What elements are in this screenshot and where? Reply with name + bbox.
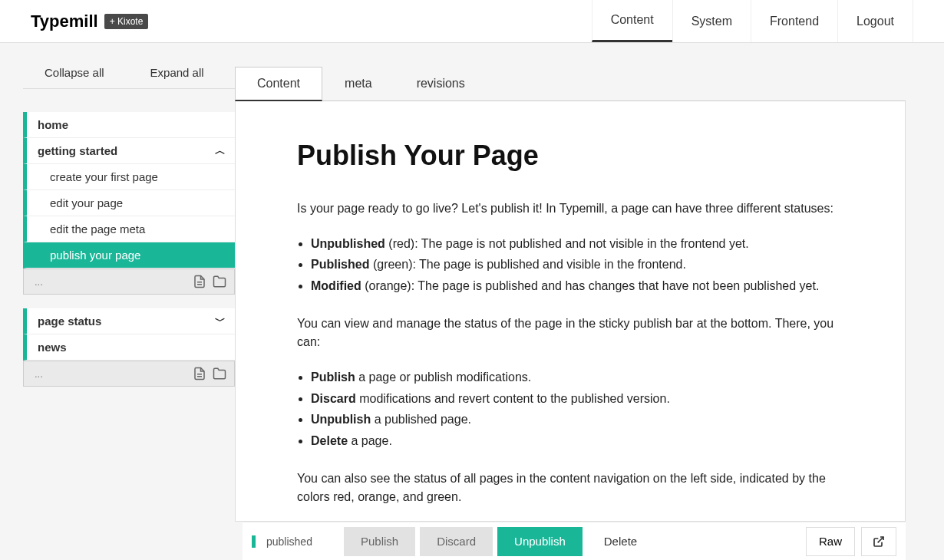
actions-list[interactable]: Publish a page or publish modifications.… <box>311 367 843 450</box>
new-placeholder: ... <box>35 368 43 380</box>
status-list[interactable]: Unpublished (red): The page is not publi… <box>311 234 843 296</box>
delete-button[interactable]: Delete <box>587 527 654 556</box>
tab-revisions[interactable]: revisions <box>394 67 487 101</box>
publish-button[interactable]: Publish <box>344 527 415 556</box>
action-item: Delete a page. <box>311 431 843 451</box>
tabs: Content meta revisions <box>235 66 906 101</box>
discard-button[interactable]: Discard <box>420 527 493 556</box>
collapse-all[interactable]: Collapse all <box>45 66 104 79</box>
external-link-icon <box>873 535 885 548</box>
chevron-up-icon: ︿ <box>215 144 226 158</box>
file-icon <box>193 275 206 288</box>
folder-icon <box>213 275 226 288</box>
tree: home getting started ︿ create your first… <box>23 112 235 387</box>
tree-label: home <box>38 118 68 131</box>
publish-bar: published Publish Discard Unpublish Dele… <box>243 522 906 560</box>
new-placeholder: ... <box>35 276 43 288</box>
file-icon <box>193 367 206 380</box>
sidebar: Collapse all Expand all home getting sta… <box>0 43 235 522</box>
open-external-button[interactable] <box>861 527 896 556</box>
page-title[interactable]: Publish Your Page <box>297 140 843 172</box>
tree-item-edit-page[interactable]: edit your page <box>23 190 235 216</box>
nav-logout[interactable]: Logout <box>837 0 913 42</box>
chevron-down-icon: ﹀ <box>215 315 226 328</box>
tree-label: getting started <box>38 144 117 157</box>
raw-button[interactable]: Raw <box>806 527 855 556</box>
status-item: Unpublished (red): The page is not publi… <box>311 234 843 254</box>
nav-frontend[interactable]: Frontend <box>751 0 837 42</box>
brand: Typemill + Kixote <box>31 12 148 31</box>
tree-item-publish-page[interactable]: publish your page <box>23 242 235 268</box>
tree-label: create your first page <box>50 170 158 183</box>
content-area: Content meta revisions Publish Your Page… <box>235 43 944 522</box>
page-para3[interactable]: You can also see the status of all pages… <box>297 469 843 508</box>
status-item: Published (green): The page is published… <box>311 255 843 275</box>
svg-line-4 <box>878 537 883 542</box>
expand-all[interactable]: Expand all <box>150 66 204 79</box>
folder-icon <box>213 367 226 380</box>
brand-badge: + Kixote <box>104 14 149 29</box>
header: Typemill + Kixote Content System Fronten… <box>0 0 944 43</box>
action-item: Unpublish a published page. <box>311 410 843 430</box>
page-para2[interactable]: You can view and manage the status of th… <box>297 315 843 353</box>
tree-item-page-status[interactable]: page status ﹀ <box>23 308 235 334</box>
tree-controls: Collapse all Expand all <box>23 66 235 89</box>
tree-label: edit the page meta <box>50 222 145 236</box>
status-item: Modified (orange): The page is published… <box>311 276 843 296</box>
brand-name[interactable]: Typemill <box>31 12 98 31</box>
tab-meta[interactable]: meta <box>322 67 394 101</box>
editor[interactable]: Publish Your Page Is your page ready to … <box>235 101 906 522</box>
action-item: Discard modifications and revert content… <box>311 389 843 409</box>
tree-label: news <box>38 341 67 354</box>
tree-item-getting-started[interactable]: getting started ︿ <box>23 138 235 164</box>
topnav: Content System Frontend Logout <box>592 0 944 42</box>
tree-label: edit your page <box>50 196 123 209</box>
tree-label: page status <box>38 315 101 328</box>
unpublish-button[interactable]: Unpublish <box>497 527 583 556</box>
tab-content[interactable]: Content <box>235 67 322 101</box>
tree-item-home[interactable]: home <box>23 112 235 138</box>
tree-new-child[interactable]: ... <box>23 268 235 295</box>
tree-item-edit-meta[interactable]: edit the page meta <box>23 216 235 242</box>
nav-system[interactable]: System <box>672 0 751 42</box>
tree-new-root[interactable]: ... <box>23 361 235 387</box>
tree-item-create-page[interactable]: create your first page <box>23 164 235 190</box>
nav-content[interactable]: Content <box>592 0 672 42</box>
tree-label: publish your page <box>50 249 140 262</box>
tree-item-news[interactable]: news <box>23 334 235 361</box>
page-intro[interactable]: Is your page ready to go live? Let's pub… <box>297 199 843 219</box>
action-item: Publish a page or publish modifications. <box>311 367 843 387</box>
status-label: published <box>252 535 344 548</box>
